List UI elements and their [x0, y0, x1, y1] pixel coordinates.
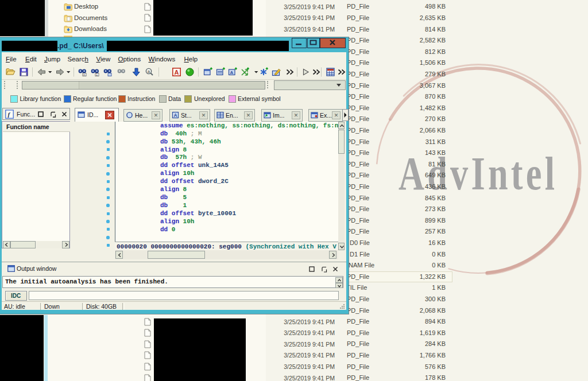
svg-text:n: n — [83, 73, 85, 76]
svg-text:1: 1 — [96, 73, 98, 76]
svg-text:A: A — [230, 70, 234, 75]
svg-text:A: A — [175, 69, 179, 76]
svg-text:A: A — [173, 112, 177, 118]
